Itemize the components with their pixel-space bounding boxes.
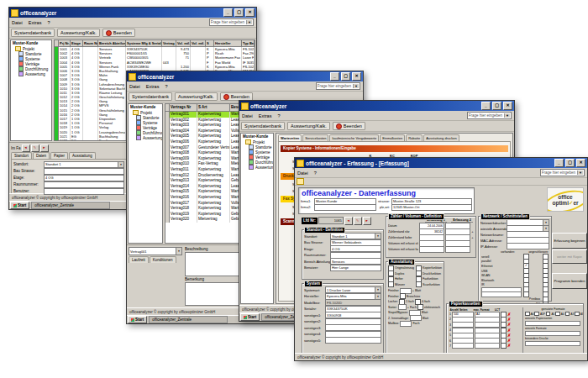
edit-record-button[interactable]: ✎	[354, 217, 362, 225]
titlebar[interactable]: officeanalyzer - Erfassung - [Erfassung]…	[295, 158, 587, 168]
menu-datei[interactable]: Datei	[129, 84, 140, 89]
format-checkbox[interactable]	[575, 312, 580, 317]
minimize-button[interactable]: _	[554, 159, 564, 167]
minimize-button[interactable]: _	[481, 102, 491, 110]
format-checkbox[interactable]	[525, 312, 530, 317]
close-button[interactable]: ✕	[352, 72, 361, 81]
page-tab[interactable]: Servicekosten	[302, 134, 328, 141]
tree-item[interactable]: Auswertung	[241, 165, 273, 170]
auswertung-button[interactable]: Auswertung/Kalk.	[175, 92, 218, 101]
chevron-down-icon[interactable]: ▼	[246, 20, 252, 24]
menu-help[interactable]: ?	[47, 20, 50, 25]
systemdatenbank-button[interactable]: Systemdatenbank	[11, 29, 55, 37]
checkbox[interactable]	[388, 281, 394, 287]
checkbox[interactable]	[416, 281, 422, 287]
tree-root[interactable]: Muster-Kunde	[241, 134, 273, 139]
menu-help[interactable]: ?	[165, 84, 167, 89]
taskbar-item[interactable]: officeanalyzer_Zentrale	[31, 202, 110, 209]
sorter-input[interactable]	[398, 304, 407, 310]
tree-item[interactable]: Auswertung	[11, 71, 51, 76]
programm-beenden-button[interactable]: Programm beenden	[552, 273, 587, 289]
chevron-down-icon[interactable]: ▼	[577, 171, 583, 175]
text-input[interactable]	[525, 331, 580, 337]
delete-row-icon[interactable]: ✗	[507, 333, 512, 338]
chevron-down-icon[interactable]: ▼	[375, 287, 381, 292]
close-button[interactable]: ✕	[503, 102, 512, 110]
menu-datei[interactable]: Datei	[297, 171, 308, 176]
lct-checkbox[interactable]	[501, 343, 507, 349]
start-button[interactable]: Start	[10, 202, 29, 209]
menu-help[interactable]: ?	[314, 171, 317, 176]
titlebar[interactable]: officeanalyzer _ ▢ ✕	[9, 8, 256, 18]
minimize-button[interactable]: _	[223, 8, 233, 17]
weiter-mit-kopie-button[interactable]: weiter mit Kopie	[552, 249, 587, 264]
maximize-button[interactable]: ▢	[234, 8, 244, 17]
text-input[interactable]: ▼	[507, 243, 549, 249]
minimize-button[interactable]: _	[330, 72, 339, 81]
text-input[interactable]: ▼	[44, 168, 124, 175]
counter-input[interactable]	[445, 246, 470, 253]
chevron-down-icon[interactable]: ▼	[118, 162, 123, 167]
start-button[interactable]: Start	[128, 316, 147, 323]
page-tab[interactable]: Ausstattung drucken	[423, 134, 459, 141]
delete-row-icon[interactable]: ✗	[507, 328, 512, 333]
start-button[interactable]: Start	[240, 313, 260, 321]
delete-row-icon[interactable]: ✗	[507, 318, 512, 322]
text-input[interactable]: 4 OG▼	[44, 175, 124, 181]
mailbox-input[interactable]	[400, 321, 412, 327]
delete-row-icon[interactable]: ✗	[507, 312, 512, 317]
menu-extras[interactable]: Extras	[259, 113, 272, 118]
text-input[interactable]: ▼	[44, 188, 124, 195]
help-combo[interactable]: Frage hier eingeben▼	[540, 169, 585, 176]
tree-item[interactable]: Auswertung	[129, 135, 162, 140]
chevron-down-icon[interactable]: ▼	[375, 234, 381, 239]
page-tab[interactable]: Rabatte	[406, 134, 423, 141]
pages-input[interactable]	[452, 343, 474, 349]
chevron-down-icon[interactable]: ▼	[375, 294, 381, 299]
delete-row-icon[interactable]: ✗	[507, 344, 512, 348]
close-button[interactable]: ✕	[245, 8, 255, 17]
format-combo[interactable]: ▼	[475, 343, 500, 349]
help-combo[interactable]: Frage hier eingeben▼	[209, 18, 254, 26]
taskbar-item[interactable]: officeanalyzer_Zentrale	[149, 316, 228, 323]
menu-datei[interactable]: Datei	[242, 113, 253, 118]
titlebar[interactable]: officeanalyzer _ ▢ ✕	[239, 101, 514, 111]
maximize-button[interactable]: ▢	[565, 159, 575, 167]
plzort-field[interactable]: 12345 Muster-Ort	[391, 204, 472, 211]
menu-datei[interactable]: Datei	[12, 20, 23, 25]
page-tab[interactable]: Einmalkosten	[380, 134, 405, 141]
format-checkbox[interactable]	[534, 312, 539, 317]
text-input[interactable]	[525, 341, 580, 347]
format-checkbox[interactable]	[555, 312, 560, 317]
tree-root[interactable]: Muster-Kunde	[129, 104, 162, 110]
detail-tab[interactable]: Daten	[33, 152, 50, 159]
page-tab[interactable]: kaufmännische Vergabewerte	[329, 134, 379, 141]
counter-input[interactable]	[419, 246, 444, 253]
delete-row-icon[interactable]: ✗	[507, 339, 512, 343]
next-record-button[interactable]: ►	[363, 217, 371, 225]
beenden-button[interactable]: Beenden	[333, 122, 365, 130]
beenden-button[interactable]: Beenden	[102, 29, 135, 37]
contract-tab[interactable]: Konditionen	[150, 256, 176, 263]
chevron-down-icon[interactable]: ▼	[353, 84, 359, 88]
text-input[interactable]: Standort 1▼	[44, 161, 124, 168]
text-input[interactable]: Herr Lange▼	[330, 265, 381, 271]
auswertung-button[interactable]: Auswertung/Kalk.	[287, 122, 330, 130]
menu-help[interactable]: ?	[277, 113, 280, 118]
detail-tab[interactable]: Ausstattung	[69, 152, 96, 159]
menu-extras[interactable]: Extras	[29, 20, 42, 25]
erfassung-beginnen-button[interactable]: Erfassung beginnen	[552, 233, 587, 249]
help-combo[interactable]: Frage hier eingeben▼	[467, 112, 512, 119]
prev-record-button[interactable]: ◄	[344, 217, 353, 225]
next-record-button[interactable]: ►	[40, 144, 49, 152]
help-combo[interactable]: Frage hier eingeben▼	[316, 82, 360, 90]
contract-tab[interactable]: Laufzeit	[129, 256, 149, 263]
titlebar[interactable]: officeanalyzer _ ▢ ✕	[127, 71, 363, 81]
tree-root[interactable]: Muster-Kunde	[11, 40, 51, 46]
detail-tab[interactable]: Papier	[50, 152, 68, 159]
menu-extras[interactable]: Extras	[146, 84, 160, 89]
page-tab[interactable]: Wartezeiten	[278, 134, 302, 141]
maximize-button[interactable]: ▢	[492, 102, 501, 110]
systemdatenbank-button[interactable]: Systemdatenbank	[129, 92, 172, 101]
contract-combo[interactable]: Vertrag001▼	[129, 247, 182, 255]
